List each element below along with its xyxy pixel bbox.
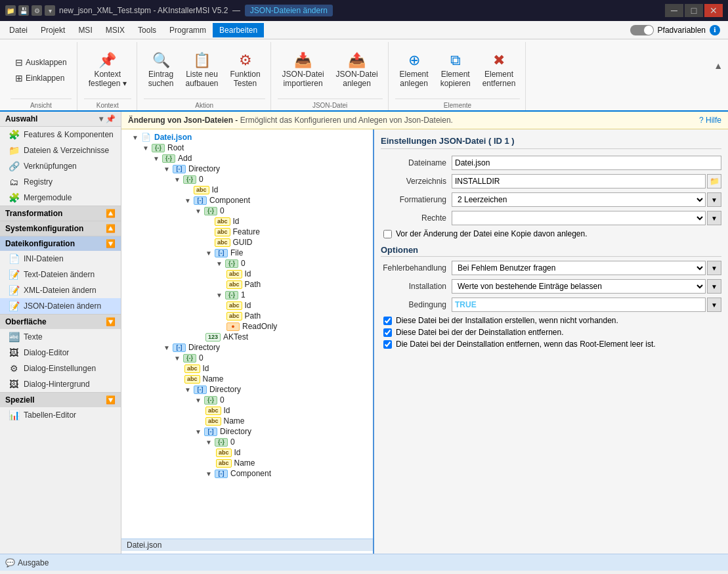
- menu-programm[interactable]: Programm: [163, 23, 213, 37]
- dir3-0-toggle[interactable]: ▼: [195, 397, 203, 404]
- tree-item-file-0[interactable]: ▼ {-} 0: [121, 258, 373, 269]
- sidebar-item-text[interactable]: 📝 Text-Dateien ändern: [0, 267, 121, 282]
- dir3-toggle[interactable]: ▼: [184, 386, 192, 393]
- sidebar-item-dialog-hintergrund[interactable]: 🖼 Dialog-Hintergrund: [0, 376, 121, 392]
- add-toggle[interactable]: ▼: [153, 155, 161, 162]
- installation-arrow[interactable]: ▼: [707, 279, 721, 294]
- tree-item-readonly[interactable]: ● ReadOnly: [121, 321, 373, 332]
- verzeichnis-input[interactable]: [452, 174, 706, 188]
- close-button[interactable]: ✕: [704, 4, 723, 17]
- tree-item-dir3-0-name[interactable]: abc Name: [121, 416, 373, 426]
- tree-item-feature[interactable]: abc Feature: [121, 227, 373, 237]
- eintrag-suchen-button[interactable]: 🔍 Eintragsuchen: [144, 50, 179, 91]
- dir4-0-toggle[interactable]: ▼: [205, 439, 213, 446]
- tree-item-directory-4[interactable]: ▼ [-] Directory: [121, 426, 373, 437]
- tree-item-file-1[interactable]: ▼ {-} 1: [121, 290, 373, 300]
- tree-item-add[interactable]: ▼ {-} Add: [121, 153, 373, 164]
- section-systemkonfiguration[interactable]: Systemkonfiguration 🔼: [0, 221, 121, 236]
- auswahl-pin[interactable]: 📌: [106, 114, 116, 123]
- formatierung-arrow[interactable]: ▼: [707, 192, 721, 207]
- tree-item-file-1-path[interactable]: abc Path: [121, 311, 373, 321]
- menu-projekt[interactable]: Projekt: [34, 23, 72, 37]
- tree-item-id-1[interactable]: abc Id: [121, 185, 373, 195]
- sidebar-item-texte[interactable]: 🔤 Texte: [0, 329, 121, 345]
- checkbox-root-element[interactable]: [383, 340, 392, 349]
- root-toggle[interactable]: ▼: [142, 144, 150, 152]
- element-entfernen-button[interactable]: ✖ Elemententfernen: [478, 50, 521, 91]
- kopie-checkbox[interactable]: [383, 230, 392, 238]
- fehlerbehandlung-select[interactable]: Bei Fehlem Benutzer fragen: [452, 261, 706, 275]
- sidebar-item-ini[interactable]: 📄 INI-Dateien: [0, 251, 121, 267]
- auswahl-arrow[interactable]: ▾: [99, 114, 103, 123]
- section-speziell[interactable]: Speziell 🔽: [0, 392, 121, 407]
- verzeichnis-browse-button[interactable]: 📁: [707, 174, 721, 188]
- menu-datei[interactable]: Datei: [3, 23, 34, 37]
- json-importieren-button[interactable]: 📥 JSON-Dateiimportieren: [278, 50, 329, 91]
- maximize-button[interactable]: □: [685, 4, 703, 17]
- dir2-toggle[interactable]: ▼: [163, 344, 171, 351]
- tree-item-guid[interactable]: abc GUID: [121, 237, 373, 248]
- dir1-toggle[interactable]: ▼: [163, 166, 171, 173]
- bedingung-arrow[interactable]: ▼: [707, 298, 721, 312]
- pfadvariablen-toggle[interactable]: [630, 25, 654, 35]
- tree-item-aktest[interactable]: 123 AKTest: [121, 332, 373, 342]
- rechte-select[interactable]: [452, 211, 706, 225]
- tree-item-directory-1[interactable]: ▼ [-] Directory: [121, 164, 373, 174]
- tree-item-directory-2[interactable]: ▼ [-] Directory: [121, 342, 373, 353]
- tree-item-root-file[interactable]: ▼ 📄 Datei.json: [121, 132, 373, 143]
- sidebar-item-xml[interactable]: 📝 XML-Dateien ändern: [0, 282, 121, 298]
- titlebar-more[interactable]: ▾: [45, 5, 55, 16]
- sidebar-item-registry[interactable]: 🗂 Registry: [0, 174, 121, 190]
- comp-deep-toggle[interactable]: ▼: [205, 470, 213, 477]
- tree-item-file-1-id[interactable]: abc Id: [121, 300, 373, 311]
- formatierung-select[interactable]: 2 Leerzeichen 4 Leerzeichen Tab: [452, 192, 706, 207]
- tree-item-component-deep[interactable]: ▼ [-] Component: [121, 468, 373, 479]
- checkbox-deinstallation[interactable]: [383, 328, 392, 337]
- tree-item-dir4-0-name[interactable]: abc Name: [121, 458, 373, 468]
- sidebar-item-features[interactable]: 🧩 Features & Komponenten: [0, 127, 121, 143]
- sidebar-item-dialog-editor[interactable]: 🖼 Dialog-Editor: [0, 345, 121, 361]
- dateiname-input[interactable]: [452, 156, 721, 170]
- menu-tools[interactable]: Tools: [131, 23, 163, 37]
- component-toggle[interactable]: ▼: [184, 197, 192, 204]
- tree-item-component[interactable]: ▼ [-] Component: [121, 195, 373, 206]
- sidebar-item-verknuepfungen[interactable]: 🔗 Verknüpfungen: [0, 158, 121, 174]
- fehlerbehandlung-arrow[interactable]: ▼: [707, 261, 721, 275]
- tree-item-dir4-0-id[interactable]: abc Id: [121, 447, 373, 458]
- tree-panel[interactable]: ▼ 📄 Datei.json ▼ {-} Root ▼: [121, 129, 374, 554]
- help-link[interactable]: ? Hilfe: [699, 116, 721, 125]
- file-toggle[interactable]: ▼: [205, 250, 213, 257]
- file-0-toggle[interactable]: ▼: [216, 260, 224, 267]
- sidebar-item-dialog-einstellungen[interactable]: ⚙ Dialog-Einstellungen: [0, 361, 121, 376]
- ribbon-collapse-button[interactable]: ▲: [714, 60, 723, 71]
- tree-item-0-1[interactable]: ▼ {-} 0: [121, 174, 373, 185]
- tree-item-directory-3[interactable]: ▼ [-] Directory: [121, 384, 373, 395]
- element-kopieren-button[interactable]: ⧉ Elementkopieren: [436, 50, 475, 91]
- menu-msix[interactable]: MSIX: [99, 23, 131, 37]
- installation-select[interactable]: Werte von bestehende Einträge belassen: [452, 279, 706, 294]
- sidebar-item-tabellen-editor[interactable]: 📊 Tabellen-Editor: [0, 407, 121, 423]
- section-transformation[interactable]: Transformation 🔼: [0, 206, 121, 221]
- element-anlegen-button[interactable]: ⊕ Elementanlegen: [395, 50, 433, 91]
- sidebar-item-dateien[interactable]: 📁 Dateien & Verzeichnisse: [0, 143, 121, 158]
- json-anlegen-button[interactable]: 📤 JSON-Dateianlegen: [332, 50, 383, 91]
- liste-neu-button[interactable]: 📋 Liste neuaufbauen: [181, 50, 223, 91]
- ausklappen-button[interactable]: ⊟ Ausklappen: [11, 55, 72, 70]
- tree-scroll[interactable]: ▼ 📄 Datei.json ▼ {-} Root ▼: [121, 132, 373, 539]
- minimize-button[interactable]: ─: [665, 4, 683, 17]
- menu-bearbeiten[interactable]: Bearbeiten: [213, 23, 264, 37]
- tree-item-file-0-id[interactable]: abc Id: [121, 269, 373, 279]
- tree-item-comp-0[interactable]: ▼ {-} 0: [121, 206, 373, 216]
- tree-item-file-0-path[interactable]: abc Path: [121, 279, 373, 290]
- tree-item-file[interactable]: ▼ [-] File: [121, 248, 373, 258]
- file-1-toggle[interactable]: ▼: [216, 292, 224, 299]
- sidebar-item-mergemodule[interactable]: 🧩 Mergemodule: [0, 190, 121, 206]
- comp-0-toggle[interactable]: ▼: [195, 208, 203, 215]
- tree-item-root[interactable]: ▼ {-} Root: [121, 143, 373, 153]
- dir2-0-toggle[interactable]: ▼: [174, 355, 182, 362]
- tree-item-dir2-id[interactable]: abc Id: [121, 363, 373, 374]
- rechte-arrow[interactable]: ▼: [707, 211, 721, 225]
- funktion-testen-button[interactable]: ⚙ FunktionTesten: [226, 50, 265, 91]
- pfadvariablen-info[interactable]: ℹ: [710, 25, 720, 35]
- root-file-toggle[interactable]: ▼: [132, 134, 140, 141]
